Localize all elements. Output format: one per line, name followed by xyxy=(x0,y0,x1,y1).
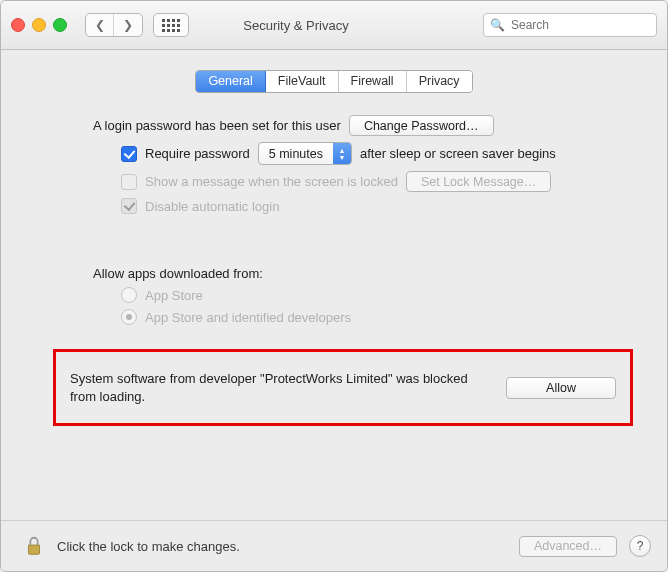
allow-identified-label: App Store and identified developers xyxy=(145,310,351,325)
help-icon: ? xyxy=(637,539,644,553)
tab-general[interactable]: General xyxy=(196,71,265,92)
require-password-label-after: after sleep or screen saver begins xyxy=(360,146,556,161)
window-controls xyxy=(11,18,67,32)
advanced-button[interactable]: Advanced… xyxy=(519,536,617,557)
require-password-delay-select[interactable]: 5 minutes ▲▼ xyxy=(258,142,352,165)
allow-appstore-label: App Store xyxy=(145,288,203,303)
allow-identified-radio xyxy=(121,309,137,325)
require-password-checkbox[interactable] xyxy=(121,146,137,162)
tab-firewall[interactable]: Firewall xyxy=(339,71,407,92)
show-message-checkbox xyxy=(121,174,137,190)
close-icon[interactable] xyxy=(11,18,25,32)
lock-icon[interactable] xyxy=(23,535,45,557)
window-title: Security & Privacy xyxy=(119,18,473,33)
tab-privacy[interactable]: Privacy xyxy=(407,71,472,92)
blocked-software-box: System software from developer "ProtectW… xyxy=(53,349,633,426)
search-icon: 🔍 xyxy=(490,18,505,32)
search-input[interactable] xyxy=(509,17,663,33)
segmented-control: General FileVault Firewall Privacy xyxy=(195,70,472,93)
zoom-icon[interactable] xyxy=(53,18,67,32)
titlebar: ❮ ❯ Security & Privacy 🔍 xyxy=(1,1,667,50)
chevron-left-icon: ❮ xyxy=(95,18,105,32)
lock-message: Click the lock to make changes. xyxy=(57,539,240,554)
search-field[interactable]: 🔍 xyxy=(483,13,657,37)
show-message-label: Show a message when the screen is locked xyxy=(145,174,398,189)
login-password-label: A login password has been set for this u… xyxy=(93,118,341,133)
allow-appstore-radio xyxy=(121,287,137,303)
content: General FileVault Firewall Privacy A log… xyxy=(1,50,667,522)
minimize-icon[interactable] xyxy=(32,18,46,32)
change-password-button[interactable]: Change Password… xyxy=(349,115,494,136)
disable-auto-login-checkbox xyxy=(121,198,137,214)
require-password-delay-value: 5 minutes xyxy=(259,147,333,161)
tab-bar: General FileVault Firewall Privacy xyxy=(23,70,645,93)
stepper-icon: ▲▼ xyxy=(333,143,351,164)
require-password-label-before: Require password xyxy=(145,146,250,161)
security-privacy-window: ❮ ❯ Security & Privacy 🔍 General FileVau… xyxy=(0,0,668,572)
blocked-software-message: System software from developer "ProtectW… xyxy=(70,370,488,405)
disable-auto-login-label: Disable automatic login xyxy=(145,199,279,214)
allow-blocked-button[interactable]: Allow xyxy=(506,377,616,399)
allow-apps-heading: Allow apps downloaded from: xyxy=(93,266,263,281)
back-button[interactable]: ❮ xyxy=(86,14,114,36)
help-button[interactable]: ? xyxy=(629,535,651,557)
footer: Click the lock to make changes. Advanced… xyxy=(1,520,667,571)
set-lock-message-button: Set Lock Message… xyxy=(406,171,551,192)
tab-filevault[interactable]: FileVault xyxy=(266,71,339,92)
